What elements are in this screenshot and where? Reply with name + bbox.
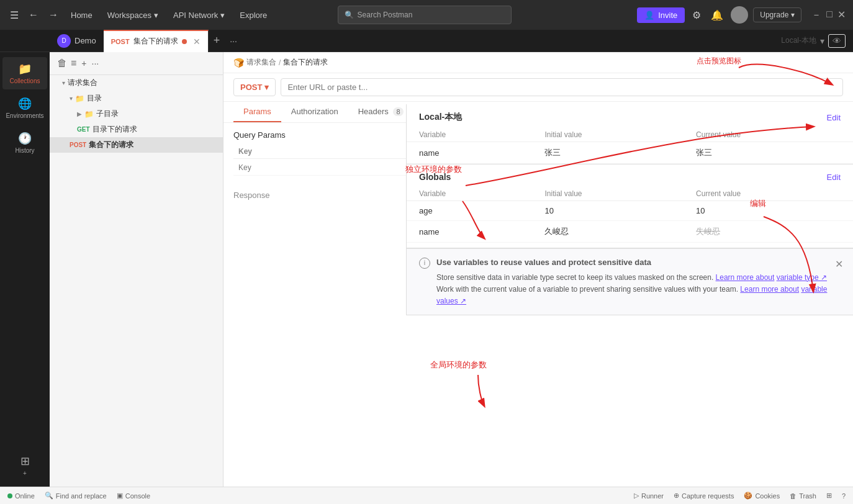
subfolder-name: 子目录 (96, 109, 119, 119)
env-label: Local-本地 (781, 35, 816, 46)
globals-title: Globals (419, 172, 451, 182)
tab-add-icon[interactable]: + (209, 34, 225, 47)
info-text1: Store sensitive data in variable type se… (436, 272, 841, 284)
statusbar: Online 🔍 Find and replace ▣ Console ▷ Ru… (0, 487, 853, 504)
menu-icon[interactable]: ☰ (7, 7, 21, 24)
more-icon[interactable]: ··· (91, 57, 101, 70)
sort-icon[interactable]: ≡ (71, 58, 76, 69)
console-label: Console (125, 492, 150, 500)
forward-icon[interactable]: → (46, 7, 61, 23)
settings-icon[interactable]: ⚙ (690, 7, 703, 24)
grid-icon: ⊞ (20, 454, 30, 468)
tree-collection[interactable]: ▾ 请求集合 (50, 75, 223, 91)
close-info-button[interactable]: ✕ (835, 256, 843, 272)
url-input[interactable] (281, 78, 843, 96)
trash-item[interactable]: 🗑 Trash (790, 492, 816, 500)
back-icon[interactable]: ← (26, 7, 41, 23)
sidebar-bottom: ⊞ + (2, 449, 47, 482)
runner-label: Runner (641, 492, 664, 500)
online-status[interactable]: Online (7, 492, 35, 500)
local-var-initial: 张三 (532, 142, 684, 164)
left-panel: 🗑 ≡ + ··· ▾ 请求集合 ▾ 📁 目录 ▶ 📁 子目录 GET 目录下的… (50, 52, 223, 487)
find-replace-label: Find and replace (56, 492, 107, 500)
bell-icon[interactable]: 🔔 (708, 7, 726, 24)
invite-button[interactable]: 👤 Invite (637, 7, 685, 23)
tree-post-request[interactable]: POST 集合下的请求 (50, 137, 223, 153)
subfolder-icon: 📁 (84, 110, 94, 119)
trash-label: Trash (799, 492, 816, 500)
left-panel-actions: + ··· (80, 57, 100, 70)
chevron-down-icon[interactable]: ▾ (820, 36, 824, 46)
workspaces-link[interactable]: Workspaces ▾ (102, 8, 163, 22)
help-item[interactable]: ? (842, 492, 846, 500)
breadcrumb: 🍞 请求集合 / 集合下的请求 (223, 52, 853, 73)
sidebar-item-mock[interactable]: ⊞ + (2, 449, 47, 482)
info-box: i ✕ Use variables to reuse values and pr… (407, 248, 853, 315)
method-get-badge: GET (77, 126, 90, 133)
cookies-icon: 🍪 (744, 492, 752, 500)
tab-more-icon[interactable]: ··· (225, 36, 242, 46)
tab-params[interactable]: Params (233, 102, 281, 122)
maximize-icon[interactable]: □ (826, 9, 833, 22)
active-tab[interactable]: POST 集合下的请求 ✕ (104, 30, 209, 52)
env-overlay-panel: Local-本地 Edit Variable Initial value Cur… (406, 104, 853, 315)
sidebar-environments-label: Environments (6, 112, 43, 119)
topnav-right: 👤 Invite ⚙ 🔔 Upgrade ▾ － □ ✕ (637, 6, 846, 24)
sidebar-mock-label: + (23, 470, 27, 477)
folder-name: 目录 (87, 93, 102, 104)
chevron-down-icon: ▾ (70, 95, 73, 102)
breadcrumb-separator: / (279, 58, 281, 67)
cookies-label: Cookies (755, 492, 780, 500)
tree-subfolder[interactable]: ▶ 📁 子目录 (50, 106, 223, 122)
api-network-link[interactable]: API Network ▾ (168, 8, 230, 22)
method-post-badge: POST (70, 142, 86, 148)
tab-method: POST (111, 38, 130, 45)
info-title: Use variables to reuse values and protec… (436, 256, 841, 269)
variable-type-link[interactable]: Learn more about (716, 273, 775, 282)
capture-item[interactable]: ⊕ Capture requests (674, 492, 734, 500)
breadcrumb-collection: 请求集合 (246, 57, 276, 68)
globals-age-current: 10 (684, 201, 853, 221)
local-edit-button[interactable]: Edit (827, 113, 841, 122)
tab-close-icon[interactable]: ✕ (193, 37, 201, 47)
tree-folder[interactable]: ▾ 📁 目录 (50, 91, 223, 106)
search-bar[interactable]: 🔍 Search Postman (338, 6, 512, 24)
sidebar-item-collections[interactable]: 📁 Collections (2, 57, 47, 89)
tab-headers[interactable]: Headers 8 (348, 102, 413, 122)
eye-icon[interactable]: 👁 (828, 34, 846, 48)
left-panel-header: 🗑 ≡ + ··· (50, 52, 223, 75)
main-layout: 📁 Collections 🌐 Environments 🕐 History ⊞… (0, 52, 853, 487)
minimize-icon[interactable]: － (811, 9, 821, 22)
variable-values-link[interactable]: Learn more about (740, 285, 799, 294)
explore-link[interactable]: Explore (235, 8, 272, 22)
local-env-header: Local-本地 Edit (407, 104, 853, 128)
invite-icon: 👤 (644, 11, 654, 20)
runner-item[interactable]: ▷ Runner (634, 492, 664, 500)
add-icon[interactable]: + (80, 57, 88, 70)
trash-icon[interactable]: 🗑 (57, 58, 67, 69)
collection-breadcrumb-icon: 🍞 (233, 58, 244, 68)
trash-icon: 🗑 (790, 492, 797, 500)
sidebar-item-environments[interactable]: 🌐 Environments (2, 92, 47, 124)
cookies-item[interactable]: 🍪 Cookies (744, 492, 780, 500)
globals-edit-button[interactable]: Edit (827, 173, 841, 182)
capture-icon: ⊕ (674, 492, 679, 500)
runner-icon: ▷ (634, 492, 639, 500)
sidebar-item-history[interactable]: 🕐 History (2, 127, 47, 159)
method-select[interactable]: POST ▾ (233, 78, 276, 96)
console-item[interactable]: ▣ Console (117, 492, 150, 500)
chevron-down-icon: ▾ (791, 11, 795, 19)
find-replace-item[interactable]: 🔍 Find and replace (45, 492, 107, 500)
avatar[interactable] (731, 6, 748, 24)
local-initial-header: Initial value (532, 128, 684, 142)
home-link[interactable]: Home (66, 8, 97, 22)
upgrade-button[interactable]: Upgrade ▾ (753, 7, 801, 22)
tree-get-request[interactable]: GET 目录下的请求 (50, 122, 223, 137)
variable-type-link2[interactable]: variable type ↗ (777, 273, 827, 282)
globals-name-initial: 久峻忍 (532, 221, 684, 243)
tab-authorization[interactable]: Authorization (281, 102, 348, 122)
chevron-down-icon: ▾ (264, 83, 269, 92)
grid-item[interactable]: ⊞ (826, 492, 832, 500)
capture-label: Capture requests (682, 492, 734, 500)
close-icon[interactable]: ✕ (837, 9, 846, 22)
